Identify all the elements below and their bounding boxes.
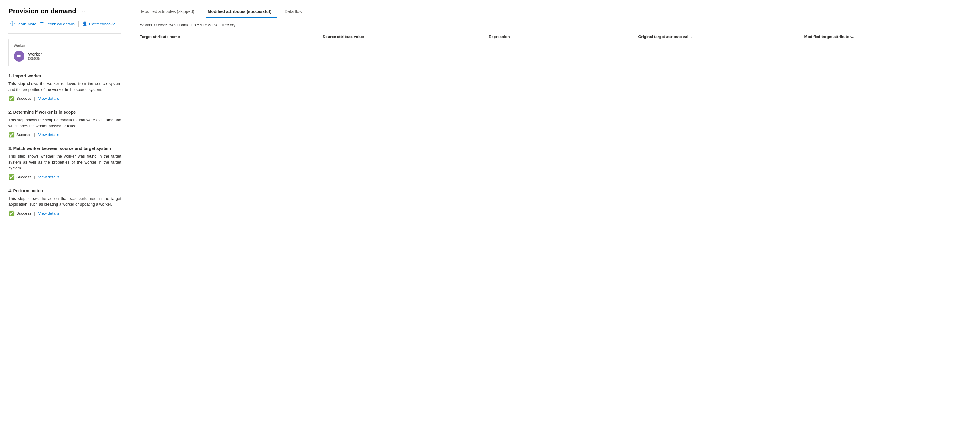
got-feedback-label: Got feedback? <box>89 22 115 26</box>
left-panel: Provision on demand ··· ⓘ Learn More ☰ T… <box>0 0 130 436</box>
step-3-description: This step shows whether the worker was f… <box>8 153 121 171</box>
step-1-view-details-link[interactable]: View details <box>38 96 59 101</box>
step-3-status-row: ✅ Success | View details <box>8 174 121 180</box>
pipe-4: | <box>34 211 35 216</box>
steps-container: 1. Import worker This step shows the wor… <box>8 73 121 216</box>
col-source-attr-value: Source attribute value <box>323 32 488 42</box>
got-feedback-button[interactable]: 👤 Got feedback? <box>80 20 117 27</box>
step-4: 4. Perform action This step shows the ac… <box>8 188 121 216</box>
step-1: 1. Import worker This step shows the wor… <box>8 73 121 101</box>
worker-details: Worker 005885 <box>28 52 42 61</box>
step-2-title: 2. Determine if worker is in scope <box>8 110 121 115</box>
step-1-status: Success <box>16 96 31 101</box>
step-3-view-details-link[interactable]: View details <box>38 175 59 179</box>
worker-card: Worker 00 Worker 005885 <box>8 39 121 66</box>
tab-skipped[interactable]: Modified attributes (skipped) <box>140 6 200 18</box>
worker-info: 00 Worker 005885 <box>14 51 116 62</box>
col-expression: Expression <box>489 32 638 42</box>
worker-card-label: Worker <box>14 43 116 48</box>
step-2-description: This step shows the scoping conditions t… <box>8 117 121 129</box>
page-title-row: Provision on demand ··· <box>8 7 121 15</box>
table-header: Target attribute name Source attribute v… <box>140 32 970 42</box>
pipe-2: | <box>34 132 35 137</box>
step-4-view-details-link[interactable]: View details <box>38 211 59 216</box>
toolbar-divider <box>78 21 79 27</box>
step-2: 2. Determine if worker is in scope This … <box>8 110 121 138</box>
step-4-description: This step shows the action that was perf… <box>8 196 121 207</box>
col-modified-target-val: Modified target attribute v... <box>804 32 970 42</box>
page-title: Provision on demand <box>8 7 76 15</box>
step-2-status: Success <box>16 132 31 137</box>
tab-dataflow[interactable]: Data flow <box>283 6 308 18</box>
step-3-title: 3. Match worker between source and targe… <box>8 146 121 151</box>
learn-more-label: Learn More <box>16 22 36 26</box>
step-1-status-row: ✅ Success | View details <box>8 95 121 101</box>
step-2-view-details-link[interactable]: View details <box>38 132 59 137</box>
step-2-status-row: ✅ Success | View details <box>8 132 121 138</box>
step-3-status: Success <box>16 175 31 179</box>
step-4-status: Success <box>16 211 31 216</box>
ellipsis-menu-button[interactable]: ··· <box>79 8 86 14</box>
step-4-title: 4. Perform action <box>8 188 121 193</box>
list-icon: ☰ <box>40 21 44 26</box>
step-4-success-icon: ✅ <box>8 210 14 216</box>
col-target-attr-name: Target attribute name <box>140 32 323 42</box>
step-1-description: This step shows the worker retrieved fro… <box>8 81 121 92</box>
worker-id: 005885 <box>28 57 42 61</box>
pipe-3: | <box>34 175 35 179</box>
status-message: Worker '005885' was updated in Azure Act… <box>140 23 970 27</box>
toolbar: ⓘ Learn More ☰ Technical details 👤 Got f… <box>8 20 121 28</box>
step-3-success-icon: ✅ <box>8 174 14 180</box>
worker-name: Worker <box>28 52 42 57</box>
attributes-table: Target attribute name Source attribute v… <box>140 32 970 42</box>
technical-details-label: Technical details <box>46 22 74 26</box>
step-1-title: 1. Import worker <box>8 73 121 78</box>
technical-details-button[interactable]: ☰ Technical details <box>38 20 76 27</box>
step-1-success-icon: ✅ <box>8 95 14 101</box>
pipe-1: | <box>34 96 35 101</box>
tabs-row: Modified attributes (skipped) Modified a… <box>140 6 970 18</box>
step-4-status-row: ✅ Success | View details <box>8 210 121 216</box>
avatar: 00 <box>14 51 24 62</box>
right-panel: Modified attributes (skipped) Modified a… <box>130 0 980 436</box>
step-3: 3. Match worker between source and targe… <box>8 146 121 180</box>
info-icon: ⓘ <box>10 21 14 27</box>
toolbar-divider-line <box>8 33 121 33</box>
col-original-target-val: Original target attribute val... <box>638 32 804 42</box>
step-2-success-icon: ✅ <box>8 132 14 138</box>
learn-more-button[interactable]: ⓘ Learn More <box>8 20 38 28</box>
tab-successful[interactable]: Modified attributes (successful) <box>207 6 277 18</box>
feedback-icon: 👤 <box>82 21 88 26</box>
